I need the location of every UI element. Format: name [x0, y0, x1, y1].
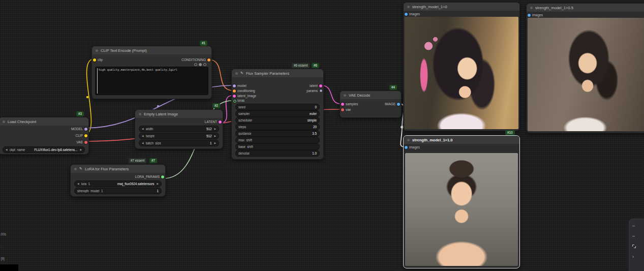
increment-arrow-icon[interactable]: ▶: [214, 128, 216, 130]
model-link-midpoint[interactable]: [157, 105, 160, 108]
preview-image-realistic-girl: [528, 18, 644, 131]
collapse-dot-icon[interactable]: [530, 7, 533, 9]
layers-icon[interactable]: [203, 63, 206, 66]
model-output-port[interactable]: [84, 128, 87, 131]
sampler-widget[interactable]: sampler euler: [235, 110, 320, 117]
strength-model-1-widget[interactable]: strength_model_1 1: [74, 188, 162, 194]
collapse-dot-icon[interactable]: [407, 6, 410, 8]
node-lora-flux-parameters[interactable]: ✎ LoRA for Flux Parameters LORA_PARAMS ◀…: [70, 164, 166, 197]
prompt-textarea[interactable]: high quality,masterpiece,4k,best quality…: [95, 67, 208, 95]
width-widget[interactable]: ◀ width 512 ▶: [139, 126, 219, 132]
node-preview-strength-1-0[interactable]: strength_model_1=1.0 images: [403, 135, 520, 268]
vae-input-port[interactable]: [341, 108, 344, 111]
decrement-arrow-icon[interactable]: ◀: [142, 135, 144, 137]
clip-output-port[interactable]: [84, 134, 87, 137]
max-shift-widget[interactable]: max_shift: [235, 137, 320, 143]
node-title-bar[interactable]: Empty Latent Image: [135, 110, 223, 118]
node-title-bar[interactable]: strength_model_1=1.0: [404, 136, 519, 144]
images-input-port[interactable]: [405, 146, 408, 149]
node-preview-strength-0-5[interactable]: strength_model_1=0.5 images: [526, 3, 644, 133]
collapse-dot-icon[interactable]: [74, 168, 77, 170]
decrement-arrow-icon[interactable]: ◀: [6, 148, 8, 151]
scheduler-widget[interactable]: scheduler simple: [235, 117, 320, 124]
input-label: conditioning: [237, 89, 255, 93]
ckpt-name-combo[interactable]: ◀ ckpt_name FLUX\flux1-dev-fp8.safetens.…: [3, 146, 85, 153]
clip-input-port[interactable]: [93, 58, 96, 62]
node-id-badge: #2: [212, 103, 220, 108]
collapse-dot-icon[interactable]: [139, 113, 141, 115]
conditioning-input-port[interactable]: [233, 89, 236, 93]
widget-value: 1: [210, 141, 212, 145]
node-empty-latent-image[interactable]: Empty Latent Image LATENT ◀ width 512 ▶ …: [135, 109, 223, 149]
target-icon[interactable]: [199, 63, 202, 66]
height-widget[interactable]: ◀ height 512 ▶: [139, 133, 219, 139]
image-output-port[interactable]: [397, 103, 400, 106]
denoise-widget[interactable]: denoise 1.0: [235, 150, 320, 157]
zoom-out-button[interactable]: –: [632, 224, 635, 227]
loras-input-port[interactable]: [233, 100, 236, 103]
decrement-arrow-icon[interactable]: ◀: [142, 128, 144, 130]
decrement-arrow-icon[interactable]: ◀: [142, 142, 144, 144]
circle-icon[interactable]: [194, 63, 197, 66]
widget-label: ckpt_name: [10, 148, 33, 152]
increment-arrow-icon[interactable]: ▶: [157, 183, 159, 185]
perf-stats: : 0.00s : 0 : 9 [9]: [0, 224, 6, 269]
collapse-dot-icon[interactable]: [235, 72, 238, 75]
model-input-port[interactable]: [233, 84, 236, 87]
clip-link-midpoint[interactable]: [86, 96, 89, 99]
node-title: strength_model_1=0: [412, 5, 447, 9]
node-title-bar[interactable]: Load Checkpoint: [0, 117, 88, 126]
params-output-port[interactable]: [320, 89, 322, 92]
base-shift-widget[interactable]: base_shift: [235, 143, 320, 150]
node-id-badge: #1: [200, 41, 207, 46]
collapse-dot-icon[interactable]: [3, 121, 5, 123]
fit-view-icon[interactable]: [632, 245, 636, 248]
input-label: images: [409, 145, 420, 149]
samples-input-port[interactable]: [341, 103, 344, 106]
node-graph-canvas[interactable]: #1 #3 #2 #6 essent #6 #4 #7 essent #7 #1…: [0, 0, 644, 271]
node-title-bar[interactable]: CLIP Text Encode (Prompt): [92, 46, 211, 54]
decrement-arrow-icon[interactable]: ◀: [77, 183, 79, 185]
node-clip-text-encode[interactable]: CLIP Text Encode (Prompt) clip CONDITION…: [91, 46, 212, 99]
increment-arrow-icon[interactable]: ▶: [214, 142, 216, 144]
node-title-bar[interactable]: strength_model_1=0: [404, 3, 519, 11]
node-title-bar[interactable]: VAE Decode: [340, 91, 401, 99]
widget-value: euler: [310, 112, 317, 115]
images-input-port[interactable]: [405, 13, 408, 16]
widget-label: max_shift: [238, 138, 315, 142]
node-vae-decode[interactable]: VAE Decode samples vae IMAGE: [340, 91, 402, 118]
vae-output-port[interactable]: [84, 141, 87, 144]
input-label: latent_image: [237, 94, 256, 98]
guidance-widget[interactable]: guidance 3.5: [235, 130, 320, 137]
widget-value: 512: [206, 127, 212, 131]
partial-icon[interactable]: ›: [632, 255, 634, 258]
collapse-dot-icon[interactable]: [96, 49, 98, 52]
seed-widget[interactable]: seed 0: [235, 104, 320, 110]
increment-arrow-icon[interactable]: ▶: [80, 148, 82, 151]
node-title: CLIP Text Encode (Prompt): [101, 48, 147, 53]
node-title-bar[interactable]: ✎ Flux Sampler Parameters: [232, 69, 323, 77]
node-flux-sampler-parameters[interactable]: ✎ Flux Sampler Parameters model conditio…: [231, 69, 324, 160]
latent-output-port[interactable]: [219, 121, 222, 124]
input-label: loras: [237, 99, 244, 102]
collapse-button[interactable]: –: [632, 234, 635, 237]
collapse-dot-icon[interactable]: [344, 94, 346, 97]
batch-size-widget[interactable]: ◀ batch_size 1 ▶: [139, 140, 219, 146]
node-preview-strength-0[interactable]: strength_model_1=0 images: [403, 2, 520, 131]
lora-params-output-port[interactable]: [161, 175, 164, 178]
lora-1-combo[interactable]: ◀ lora_1 mwj_flux0924.safetensors ▶: [74, 180, 162, 187]
latent-output-port[interactable]: [319, 84, 322, 87]
increment-arrow-icon[interactable]: ▶: [214, 135, 216, 137]
collapse-dot-icon[interactable]: [407, 139, 410, 141]
input-label: samples: [346, 102, 358, 106]
output-label: LATENT: [205, 120, 217, 124]
images-input-port[interactable]: [528, 14, 531, 17]
node-title-bar[interactable]: strength_model_1=0.5: [527, 4, 644, 12]
latent-image-input-port[interactable]: [233, 95, 236, 98]
widget-label: base_shift: [238, 145, 315, 148]
conditioning-output-port[interactable]: [207, 58, 210, 62]
steps-widget[interactable]: steps 20: [235, 124, 320, 130]
node-load-checkpoint[interactable]: Load Checkpoint MODEL CLIP VAE ◀ ckpt_na…: [0, 117, 89, 155]
node-title-bar[interactable]: ✎ LoRA for Flux Parameters: [71, 165, 165, 173]
widget-value: 3.5: [312, 132, 317, 135]
